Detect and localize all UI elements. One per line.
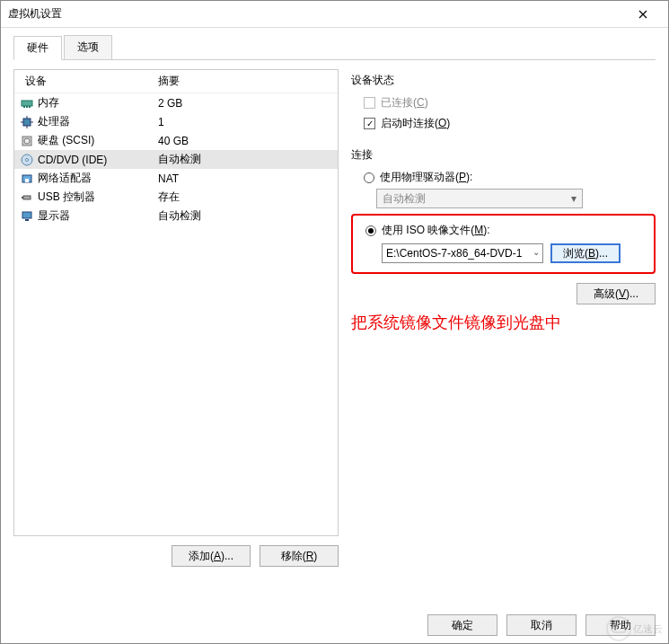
physical-drive-dropdown[interactable]: 自动检测 <box>376 189 583 208</box>
device-value: 40 GB <box>158 135 338 147</box>
device-row-处理器[interactable]: 处理器1 <box>14 112 338 131</box>
advanced-button[interactable]: 高级(V)... <box>577 283 656 304</box>
device-value: 1 <box>158 116 338 128</box>
left-column: 设备 摘要 内存2 GB处理器1硬盘 (SCSI)40 GBCD/DVD (ID… <box>13 69 339 636</box>
svg-point-12 <box>26 158 29 161</box>
connection-title: 连接 <box>351 147 656 163</box>
poweron-checkbox[interactable] <box>364 118 375 129</box>
iso-label: 使用 ISO 映像文件(M): <box>382 223 490 238</box>
nic-icon <box>20 172 34 186</box>
device-name: 处理器 <box>38 114 158 129</box>
disk-icon <box>20 134 34 148</box>
close-button[interactable] <box>625 2 661 27</box>
physical-radio-row[interactable]: 使用物理驱动器(P): <box>364 170 656 185</box>
svg-rect-14 <box>25 179 29 182</box>
device-row-内存[interactable]: 内存2 GB <box>14 93 338 112</box>
poweron-label: 启动时连接(O) <box>381 116 450 131</box>
highlight-box: 使用 ISO 映像文件(M): ⌄ 浏览(B)... <box>351 214 656 274</box>
cloud-icon <box>606 616 631 641</box>
device-status-title: 设备状态 <box>351 73 656 88</box>
watermark: 亿速云 <box>606 616 663 641</box>
advanced-row: 高级(V)... <box>351 283 656 304</box>
iso-radio[interactable] <box>365 225 376 236</box>
titlebar: 虚拟机设置 <box>1 1 668 28</box>
iso-radio-row[interactable]: 使用 ISO 映像文件(M): <box>365 223 648 238</box>
iso-input-row: ⌄ 浏览(B)... <box>382 243 648 263</box>
connected-checkbox-row: 已连接(C) <box>364 95 656 110</box>
device-row-显示器[interactable]: 显示器自动检测 <box>14 207 338 225</box>
right-column: 设备状态 已连接(C) 启动时连接(O) 连接 使用物理驱动器(P): 自动检测 <box>351 69 656 636</box>
cancel-button[interactable]: 取消 <box>506 614 577 636</box>
ok-button[interactable]: 确定 <box>427 614 497 636</box>
header-summary: 摘要 <box>158 74 338 89</box>
svg-rect-17 <box>22 212 31 218</box>
device-value: NAT <box>158 172 338 185</box>
remove-button[interactable]: 移除(R) <box>260 545 339 567</box>
display-icon <box>20 209 34 224</box>
tab-bar: 硬件 选项 <box>13 35 656 60</box>
svg-rect-0 <box>22 101 32 106</box>
svg-point-10 <box>24 138 30 144</box>
cd-icon <box>20 153 34 167</box>
physical-label: 使用物理驱动器(P): <box>380 170 472 185</box>
device-name: 网络适配器 <box>38 171 158 186</box>
memory-icon <box>20 96 34 110</box>
device-row-CD/DVD (IDE)[interactable]: CD/DVD (IDE)自动检测 <box>14 150 338 169</box>
window-title: 虚拟机设置 <box>8 6 625 22</box>
connected-checkbox <box>364 97 375 109</box>
usb-icon <box>20 190 34 205</box>
tab-hardware[interactable]: 硬件 <box>13 36 62 60</box>
annotation-text: 把系统镜像文件镜像到光盘中 <box>351 312 656 333</box>
browse-button[interactable]: 浏览(B)... <box>550 243 621 263</box>
device-value: 自动检测 <box>158 152 338 167</box>
svg-rect-16 <box>22 197 23 198</box>
poweron-checkbox-row[interactable]: 启动时连接(O) <box>364 116 656 131</box>
device-name: 内存 <box>38 95 158 110</box>
tab-options[interactable]: 选项 <box>64 35 112 59</box>
connected-label: 已连接(C) <box>381 95 428 110</box>
device-name: 显示器 <box>38 208 158 224</box>
add-button[interactable]: 添加(A)... <box>172 545 251 567</box>
device-value: 自动检测 <box>158 208 338 224</box>
device-list: 设备 摘要 内存2 GB处理器1硬盘 (SCSI)40 GBCD/DVD (ID… <box>13 69 339 536</box>
content-area: 硬件 选项 设备 摘要 内存2 GB处理器1硬盘 (SCSI)40 GBCD/D… <box>1 28 668 643</box>
device-name: CD/DVD (IDE) <box>38 154 158 166</box>
header-device: 设备 <box>14 74 158 89</box>
device-list-header: 设备 摘要 <box>14 70 338 93</box>
svg-rect-15 <box>23 196 31 199</box>
device-value: 2 GB <box>158 97 338 110</box>
cpu-icon <box>20 115 34 129</box>
device-buttons: 添加(A)... 移除(R) <box>13 545 339 567</box>
svg-rect-4 <box>23 119 31 126</box>
device-name: USB 控制器 <box>38 190 158 205</box>
svg-rect-2 <box>26 106 28 108</box>
svg-rect-18 <box>25 219 29 221</box>
device-name: 硬盘 (SCSI) <box>38 133 158 148</box>
physical-radio[interactable] <box>364 172 374 183</box>
device-row-网络适配器[interactable]: 网络适配器NAT <box>14 169 338 188</box>
svg-rect-3 <box>29 106 31 108</box>
device-row-硬盘 (SCSI)[interactable]: 硬盘 (SCSI)40 GB <box>14 131 338 150</box>
iso-path-input[interactable] <box>382 243 543 263</box>
device-row-USB 控制器[interactable]: USB 控制器存在 <box>14 188 338 207</box>
device-value: 存在 <box>158 190 338 205</box>
svg-rect-1 <box>23 106 25 108</box>
vm-settings-window: 虚拟机设置 硬件 选项 设备 摘要 内存2 GB处理器1硬盘 (SCSI)40 … <box>0 0 669 644</box>
tab-body: 设备 摘要 内存2 GB处理器1硬盘 (SCSI)40 GBCD/DVD (ID… <box>13 60 656 636</box>
